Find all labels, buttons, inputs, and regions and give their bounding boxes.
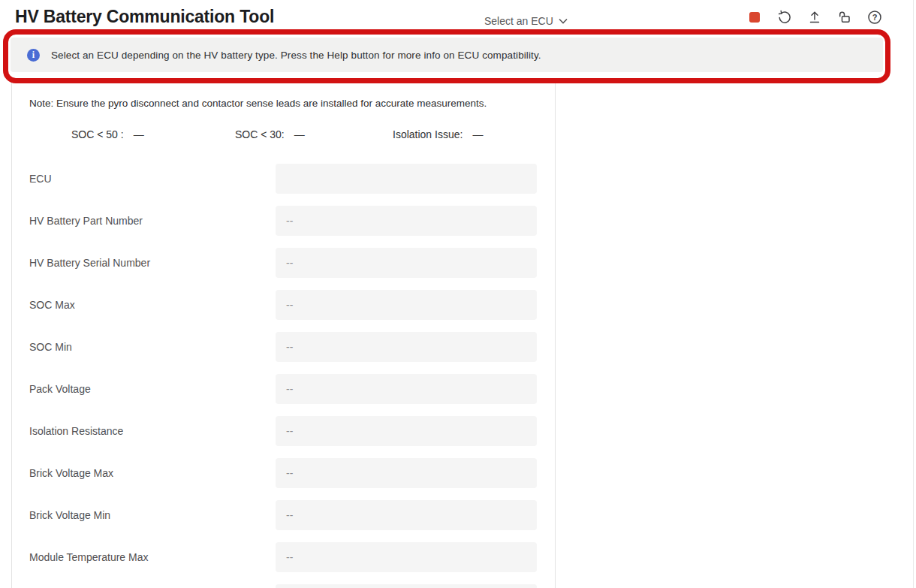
status-row: SOC < 50 : — SOC < 30: — Isolation Issue… bbox=[0, 128, 556, 142]
form-row: HV Battery Serial Number -- bbox=[0, 248, 556, 278]
right-edge-divider bbox=[913, 0, 914, 588]
form-field-label: ECU bbox=[29, 173, 52, 185]
form-field-label: Isolation Resistance bbox=[29, 425, 123, 437]
form-field-value: -- bbox=[286, 257, 293, 269]
form-field-label: Module Temperature Max bbox=[29, 551, 148, 563]
form-row: Brick Voltage Max -- bbox=[0, 458, 556, 488]
form-field-label: SOC Max bbox=[29, 299, 75, 311]
app-window: HV Battery Communication Tool Select an … bbox=[0, 0, 916, 588]
record-square-icon bbox=[749, 12, 760, 23]
status-soc-below-50: SOC < 50 : — bbox=[71, 128, 144, 140]
form-field-label: HV Battery Part Number bbox=[29, 215, 143, 227]
form-field-label: Brick Voltage Min bbox=[29, 509, 110, 521]
form-field-value: -- bbox=[286, 425, 293, 437]
form-row: Module Temperature Max -- bbox=[0, 542, 556, 572]
page-title: HV Battery Communication Tool bbox=[15, 7, 274, 27]
record-button[interactable] bbox=[746, 9, 762, 25]
upload-button[interactable] bbox=[806, 9, 822, 25]
help-icon: ? bbox=[867, 10, 882, 25]
form-field-value: -- bbox=[286, 467, 293, 479]
form-field-input[interactable]: -- bbox=[276, 500, 537, 530]
form-field-input[interactable]: -- bbox=[276, 458, 537, 488]
ecu-select-dropdown[interactable]: Select an ECU bbox=[484, 15, 568, 27]
form-field-input[interactable]: -- bbox=[276, 332, 537, 362]
help-button[interactable]: ? bbox=[866, 9, 882, 25]
status-value: — bbox=[472, 128, 483, 140]
ecu-select-label: Select an ECU bbox=[484, 15, 553, 27]
form-field-input[interactable] bbox=[276, 584, 537, 588]
form-field-input[interactable]: -- bbox=[276, 248, 537, 278]
status-value: — bbox=[294, 128, 305, 140]
form-field-value: -- bbox=[286, 215, 293, 227]
form-field-value: -- bbox=[286, 383, 293, 395]
chevron-down-icon bbox=[559, 18, 568, 24]
form-field-input[interactable]: -- bbox=[276, 206, 537, 236]
unlock-button[interactable] bbox=[836, 9, 852, 25]
status-isolation-issue: Isolation Issue: — bbox=[393, 128, 483, 140]
form-row: Isolation Resistance -- bbox=[0, 416, 556, 446]
form-field-input[interactable]: -- bbox=[276, 290, 537, 320]
header-toolbar: ? bbox=[746, 9, 882, 25]
form-field-input[interactable]: -- bbox=[276, 542, 537, 572]
form-field-value: -- bbox=[286, 341, 293, 353]
status-label: SOC < 30: bbox=[235, 128, 285, 140]
form-row: SOC Min -- bbox=[0, 332, 556, 362]
form-field-label: HV Battery Serial Number bbox=[29, 257, 150, 269]
unlock-icon bbox=[836, 10, 852, 25]
svg-text:?: ? bbox=[872, 13, 877, 22]
info-icon: i bbox=[27, 49, 40, 62]
form-field-label: SOC Min bbox=[29, 341, 72, 353]
form-row: HV Battery Part Number -- bbox=[0, 206, 556, 236]
info-banner-text: Select an ECU depending on the HV batter… bbox=[51, 50, 541, 61]
status-label: SOC < 50 : bbox=[71, 128, 124, 140]
form-field-value: -- bbox=[286, 299, 293, 311]
form-field-label: Pack Voltage bbox=[29, 383, 91, 395]
form-row: SOC Max -- bbox=[0, 290, 556, 320]
status-label: Isolation Issue: bbox=[393, 128, 463, 140]
form-field-value: -- bbox=[286, 551, 293, 563]
info-banner: i Select an ECU depending on the HV batt… bbox=[11, 38, 883, 72]
refresh-button[interactable] bbox=[776, 9, 792, 25]
status-value: — bbox=[134, 128, 144, 140]
form-field-input[interactable]: -- bbox=[276, 374, 537, 404]
form-field-label: Brick Voltage Max bbox=[29, 467, 113, 479]
form-field-input[interactable]: -- bbox=[276, 416, 537, 446]
form-row: Brick Voltage Min -- bbox=[0, 500, 556, 530]
form-rows: ECU HV Battery Part Number -- HV Battery… bbox=[0, 164, 556, 588]
form-field-input[interactable] bbox=[276, 164, 537, 194]
status-soc-below-30: SOC < 30: — bbox=[235, 128, 305, 140]
refresh-icon bbox=[777, 10, 792, 25]
note-text: Note: Ensure the pyro disconnect and con… bbox=[29, 98, 487, 109]
upload-icon bbox=[807, 10, 822, 25]
form-row: ECU bbox=[0, 164, 556, 194]
form-field-value: -- bbox=[286, 509, 293, 521]
form-row: Pack Voltage -- bbox=[0, 374, 556, 404]
form-row bbox=[0, 584, 556, 588]
